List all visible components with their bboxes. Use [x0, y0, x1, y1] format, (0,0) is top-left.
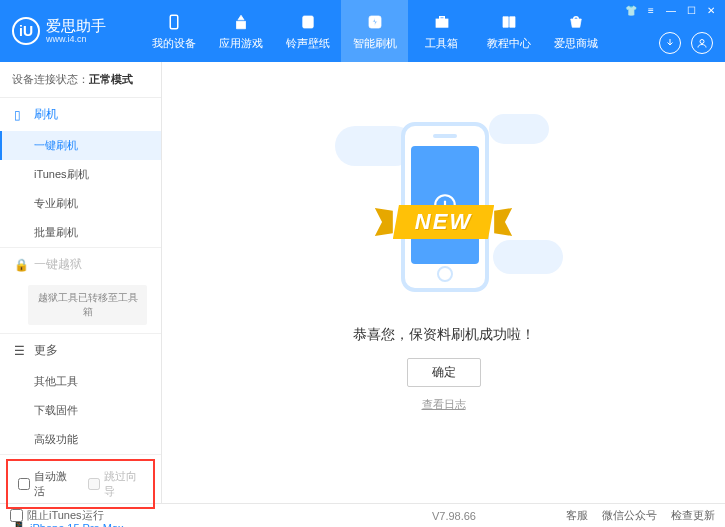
tab-label: 爱思商城	[554, 36, 598, 51]
sidebar-header-more[interactable]: ☰ 更多	[0, 334, 161, 367]
tab-label: 工具箱	[425, 36, 458, 51]
tab-label: 应用游戏	[219, 36, 263, 51]
footer-link-support[interactable]: 客服	[566, 508, 588, 523]
app-icon	[231, 12, 251, 32]
minimize-button[interactable]: —	[663, 3, 679, 17]
app-header: iU 爱思助手 www.i4.cn 我的设备 应用游戏 铃声壁纸 智能刷机 工具…	[0, 0, 725, 62]
nav-tabs: 我的设备 应用游戏 铃声壁纸 智能刷机 工具箱 教程中心 爱思商城	[140, 0, 609, 62]
ok-button[interactable]: 确定	[407, 358, 481, 387]
tab-flash[interactable]: 智能刷机	[341, 0, 408, 62]
tab-tutorial[interactable]: 教程中心	[475, 0, 542, 62]
new-ribbon: NEW	[353, 202, 535, 242]
more-icon: ☰	[14, 344, 28, 358]
sidebar-item-firmware[interactable]: 下载固件	[0, 396, 161, 425]
tutorial-icon	[499, 12, 519, 32]
download-button[interactable]	[659, 32, 681, 54]
ringtone-icon	[298, 12, 318, 32]
maximize-button[interactable]: ☐	[683, 3, 699, 17]
toolbox-icon	[432, 12, 452, 32]
phone-icon: ▯	[14, 108, 28, 122]
logo-icon: iU	[12, 17, 40, 45]
lock-icon: 🔒	[14, 258, 28, 272]
sidebar-item-itunes[interactable]: iTunes刷机	[0, 160, 161, 189]
tab-ringtones[interactable]: 铃声壁纸	[274, 0, 341, 62]
tab-label: 智能刷机	[353, 36, 397, 51]
tab-my-device[interactable]: 我的设备	[140, 0, 207, 62]
svg-rect-0	[170, 15, 178, 29]
svg-point-5	[700, 40, 704, 44]
tab-label: 教程中心	[487, 36, 531, 51]
sidebar-item-oneclick[interactable]: 一键刷机	[0, 131, 161, 160]
sidebar-item-advanced[interactable]: 高级功能	[0, 425, 161, 454]
svg-rect-3	[436, 19, 448, 27]
tab-store[interactable]: 爱思商城	[542, 0, 609, 62]
footer-link-wechat[interactable]: 微信公众号	[602, 508, 657, 523]
tab-label: 我的设备	[152, 36, 196, 51]
sidebar-item-other-tools[interactable]: 其他工具	[0, 367, 161, 396]
logo-area: iU 爱思助手 www.i4.cn	[0, 17, 140, 45]
svg-rect-1	[302, 16, 313, 28]
menu-button[interactable]: ≡	[643, 3, 659, 17]
sidebar-header-flash[interactable]: ▯ 刷机	[0, 98, 161, 131]
tab-apps[interactable]: 应用游戏	[207, 0, 274, 62]
version-label: V7.98.66	[432, 510, 476, 522]
flash-icon	[365, 12, 385, 32]
options-highlight-box: 自动激活 跳过向导	[6, 459, 155, 509]
svg-rect-4	[439, 16, 444, 18]
footer-link-update[interactable]: 检查更新	[671, 508, 715, 523]
tab-toolbox[interactable]: 工具箱	[408, 0, 475, 62]
sidebar-header-jailbreak: 🔒 一键越狱	[0, 248, 161, 281]
store-icon	[566, 12, 586, 32]
close-button[interactable]: ✕	[703, 3, 719, 17]
app-name: 爱思助手	[46, 18, 106, 35]
success-illustration: NEW	[359, 112, 529, 302]
device-icon	[164, 12, 184, 32]
jailbreak-moved-note: 越狱工具已转移至工具箱	[28, 285, 147, 325]
success-message: 恭喜您，保资料刷机成功啦！	[353, 326, 535, 344]
sidebar-item-batch[interactable]: 批量刷机	[0, 218, 161, 247]
main-content: NEW 恭喜您，保资料刷机成功啦！ 确定 查看日志	[162, 62, 725, 503]
tab-label: 铃声壁纸	[286, 36, 330, 51]
device-status: 设备连接状态：正常模式	[0, 62, 161, 98]
window-controls: 👕 ≡ — ☐ ✕	[623, 3, 719, 17]
auto-activate-checkbox[interactable]: 自动激活	[18, 469, 74, 499]
view-log-link[interactable]: 查看日志	[422, 397, 466, 412]
block-itunes-checkbox[interactable]: 阻止iTunes运行	[10, 508, 104, 523]
app-url: www.i4.cn	[46, 34, 106, 44]
user-button[interactable]	[691, 32, 713, 54]
skip-guide-checkbox[interactable]: 跳过向导	[88, 469, 144, 499]
sidebar: 设备连接状态：正常模式 ▯ 刷机 一键刷机 iTunes刷机 专业刷机 批量刷机…	[0, 62, 162, 503]
sidebar-item-pro[interactable]: 专业刷机	[0, 189, 161, 218]
skin-button[interactable]: 👕	[623, 3, 639, 17]
